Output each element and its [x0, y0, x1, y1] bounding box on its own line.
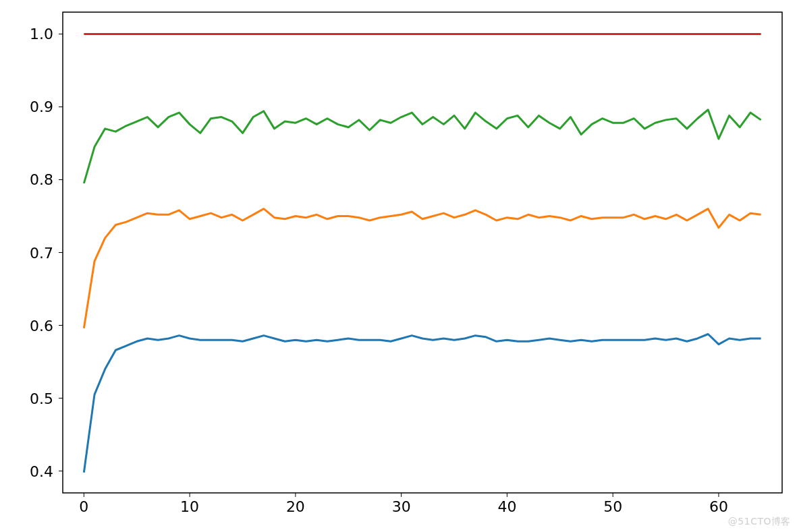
y-tick-label: 0.5: [30, 390, 53, 407]
y-tick-label: 0.6: [30, 318, 53, 334]
series-blue: [84, 334, 761, 472]
y-tick-label: 1.0: [30, 26, 53, 42]
y-tick-label: 0.8: [30, 171, 53, 188]
x-tick-label: 10: [180, 498, 199, 515]
x-tick-label: 40: [497, 498, 516, 515]
line-chart: 01020304050600.40.50.60.70.80.91.0: [0, 0, 799, 532]
series-green: [84, 110, 761, 183]
x-tick-label: 50: [603, 498, 622, 515]
x-tick-label: 60: [709, 498, 728, 515]
series-orange: [84, 209, 761, 328]
x-tick-label: 20: [286, 498, 305, 515]
x-tick-label: 0: [79, 498, 88, 515]
y-tick-label: 0.7: [30, 245, 53, 262]
plot-area: [63, 12, 782, 493]
x-tick-label: 30: [392, 498, 411, 515]
y-tick-label: 0.4: [30, 463, 53, 480]
y-tick-label: 0.9: [30, 98, 53, 115]
chart-svg: 01020304050600.40.50.60.70.80.91.0: [0, 0, 799, 532]
